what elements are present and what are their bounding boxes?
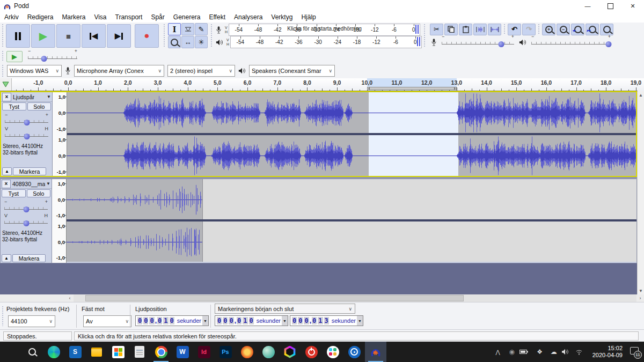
tray-expand-icon[interactable]: ⋀ (492, 349, 504, 355)
taskbar-hexagon-button[interactable] (279, 342, 301, 362)
skip-to-start-button[interactable]: ◀ (82, 24, 106, 48)
timeline-options-button[interactable] (0, 78, 12, 91)
audio-position-field[interactable]: 000,010sekunder▼ (135, 315, 209, 326)
zoom-fit-button[interactable]: ▸◂ (586, 24, 599, 35)
taskbar-start-button[interactable] (0, 342, 21, 362)
record-button[interactable]: ● (135, 24, 159, 48)
playback-meter-scale[interactable]: -54-48-42-36-30-24-18-12-60 (230, 36, 422, 48)
minimize-button[interactable]: — (576, 0, 599, 12)
taskbar-search-button[interactable] (21, 342, 43, 362)
taskbar-xnview-button[interactable] (236, 342, 258, 362)
play-at-speed-button[interactable]: ▶ (6, 51, 23, 62)
draw-tool-button[interactable]: ✎ (195, 23, 208, 35)
horizontal-scrollbar[interactable]: ‹ › (0, 294, 644, 302)
collapse-track-button[interactable]: ▲ (2, 167, 12, 175)
collapse-track-button[interactable]: ▲ (2, 254, 11, 262)
solo-button[interactable]: Solo (27, 102, 52, 110)
vertical-scale[interactable]: 1,00,0-1,01,00,0-1,0 (53, 92, 67, 176)
track-close-button[interactable]: × (2, 180, 11, 188)
track-title[interactable]: Ljudspår (13, 94, 34, 100)
onedrive-icon[interactable]: ☁ (547, 348, 560, 356)
menu-redigera[interactable]: Redigera (23, 13, 58, 21)
mute-button[interactable]: Tyst (2, 189, 26, 197)
track-1-waveform-area[interactable] (67, 92, 636, 176)
audio-host-select[interactable]: Windows WAS∨ (7, 65, 62, 77)
chevron-down-icon[interactable]: ▼ (357, 316, 363, 326)
scroll-left-arrow[interactable]: ‹ (66, 294, 74, 302)
quick-play-bar[interactable] (367, 87, 457, 90)
taskbar-slack-button[interactable] (322, 342, 343, 362)
play-speed-slider[interactable]: −+ (28, 53, 77, 61)
recording-meter-scale[interactable]: Klicka för att starta medhörning -54-48-… (229, 24, 420, 36)
taskbar-clock[interactable]: 15:02 2020-04-09 (592, 345, 623, 359)
taskbar-sphere-button[interactable] (258, 342, 279, 362)
timeline-ruler[interactable]: -1,00,01,02,03,04,05,06,07,08,09,010,011… (0, 78, 644, 92)
menu-hjälp[interactable]: Hjälp (297, 13, 320, 21)
taskbar-word-button[interactable]: W (172, 342, 193, 362)
track-menu-icon[interactable]: ▼ (47, 94, 51, 99)
taskbar-notepad-button[interactable] (129, 342, 150, 362)
zoom-tool-button[interactable] (168, 36, 181, 48)
playback-volume-slider[interactable]: −+ (531, 38, 611, 47)
multi-tool-button[interactable]: ✳ (195, 36, 208, 48)
mute-button[interactable]: Tyst (2, 102, 26, 110)
taskbar-indesign-button[interactable]: Id (193, 342, 215, 362)
selection-tool-button[interactable]: I (168, 23, 181, 35)
scroll-down-arrow[interactable]: ▼ (638, 287, 644, 294)
menu-transport[interactable]: Transport (111, 13, 147, 21)
gain-slider[interactable]: −+ (5, 116, 48, 125)
battery-icon[interactable] (519, 349, 532, 354)
skip-to-end-button[interactable]: ▶ (107, 24, 131, 48)
recording-volume-slider[interactable]: −+ (442, 38, 514, 47)
playback-meter[interactable]: VH -54-48-42-36-30-24-18-12-60 (214, 36, 422, 48)
network-icon[interactable] (575, 349, 588, 355)
taskbar-photoshop-button[interactable]: Ps (215, 342, 236, 362)
restore-button[interactable] (599, 0, 621, 12)
snap-to-select[interactable]: Av∨ (83, 315, 131, 327)
taskbar-audacity-button[interactable] (365, 342, 386, 362)
scroll-right-arrow[interactable]: › (636, 294, 644, 302)
taskbar-explorer-button[interactable] (86, 342, 107, 362)
menu-arkiv[interactable]: Arkiv (0, 13, 23, 21)
menu-generera[interactable]: Generera (169, 13, 205, 21)
recording-meter[interactable]: VH Klicka för att starta medhörning -54-… (214, 24, 422, 36)
taskbar-airserver-button[interactable] (343, 342, 365, 362)
envelope-tool-button[interactable] (181, 23, 194, 35)
tray-app-icon[interactable]: ◉ (506, 348, 518, 356)
menu-analysera[interactable]: Analysera (230, 13, 267, 21)
recording-channels-select[interactable]: 2 (stereo) inspel∨ (167, 65, 235, 77)
menu-effekt[interactable]: Effekt (205, 13, 230, 21)
playback-device-select[interactable]: Speakers (Conexant Smar∨ (249, 65, 335, 77)
taskbar-power-button[interactable] (301, 342, 322, 362)
gain-slider[interactable]: −+ (4, 203, 48, 212)
track-close-button[interactable]: × (2, 93, 11, 101)
taskbar-chrome-button[interactable] (150, 342, 172, 362)
zoom-out-button[interactable]: − (557, 24, 570, 35)
play-button[interactable]: ▶ (31, 24, 55, 48)
menu-visa[interactable]: Visa (90, 13, 111, 21)
selection-mode-select[interactable]: Markeringens början och slut∨ (215, 304, 355, 314)
dropbox-icon[interactable]: ❖ (533, 348, 546, 356)
taskbar-sharepoint-button[interactable]: S (64, 342, 86, 362)
vertical-scale[interactable]: 1,00,0-1,01,00,0-1,0 (52, 179, 67, 263)
zoom-toggle-button[interactable] (600, 24, 613, 35)
menu-verktyg[interactable]: Verktyg (267, 13, 297, 21)
scroll-up-arrow[interactable]: ▲ (638, 91, 644, 99)
silence-audio-button[interactable] (488, 24, 501, 35)
chevron-down-icon[interactable]: ▼ (202, 316, 208, 326)
scrollbar-thumb[interactable] (85, 295, 464, 301)
timeshift-tool-button[interactable]: ↔ (181, 36, 194, 48)
copy-button[interactable] (444, 24, 458, 35)
selection-start-field[interactable]: 000,010sekunder▼ (215, 315, 288, 326)
select-track-button[interactable]: Markera (12, 254, 46, 262)
taskbar-edge-button[interactable] (43, 342, 64, 362)
pan-slider[interactable]: VH (4, 217, 48, 226)
stop-button[interactable]: ■ (56, 24, 80, 48)
menu-markera[interactable]: Markera (57, 13, 90, 21)
zoom-selection-button[interactable]: ◂▸ (571, 24, 584, 35)
select-track-button[interactable]: Markera (13, 167, 46, 175)
close-button[interactable]: ✕ (621, 0, 644, 12)
pause-button[interactable] (6, 24, 30, 48)
taskbar-store-button[interactable] (107, 342, 129, 362)
undo-button[interactable]: ↶ (508, 24, 521, 35)
